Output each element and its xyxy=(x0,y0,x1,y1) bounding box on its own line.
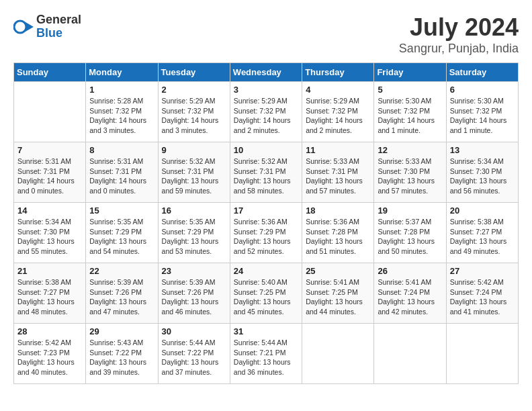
day-cell xyxy=(446,324,518,384)
day-info: Sunrise: 5:29 AM Sunset: 7:32 PM Dayligh… xyxy=(162,96,226,136)
header-day-thursday: Thursday xyxy=(302,63,374,82)
day-number: 20 xyxy=(450,205,515,216)
header-day-tuesday: Tuesday xyxy=(158,63,230,82)
subtitle: Sangrur, Punjab, India xyxy=(399,42,519,56)
day-info: Sunrise: 5:40 AM Sunset: 7:25 PM Dayligh… xyxy=(234,277,298,317)
day-number: 7 xyxy=(17,145,82,155)
main-title: July 2024 xyxy=(399,13,519,42)
day-number: 4 xyxy=(306,85,370,95)
day-cell: 20Sunrise: 5:38 AM Sunset: 7:27 PM Dayli… xyxy=(446,203,518,263)
week-row-1: 1Sunrise: 5:28 AM Sunset: 7:32 PM Daylig… xyxy=(14,82,519,142)
day-number: 12 xyxy=(378,145,442,155)
day-info: Sunrise: 5:42 AM Sunset: 7:24 PM Dayligh… xyxy=(450,277,515,317)
logo-icon xyxy=(13,17,34,37)
day-number: 13 xyxy=(450,145,515,155)
day-cell: 25Sunrise: 5:41 AM Sunset: 7:25 PM Dayli… xyxy=(302,263,374,324)
day-number: 19 xyxy=(378,205,442,216)
day-info: Sunrise: 5:44 AM Sunset: 7:22 PM Dayligh… xyxy=(162,338,226,377)
logo-blue-text: Blue xyxy=(36,27,81,40)
day-info: Sunrise: 5:32 AM Sunset: 7:31 PM Dayligh… xyxy=(234,156,298,196)
day-cell: 19Sunrise: 5:37 AM Sunset: 7:28 PM Dayli… xyxy=(374,203,446,263)
day-number: 31 xyxy=(234,326,298,336)
day-number: 9 xyxy=(162,145,226,155)
header-day-saturday: Saturday xyxy=(446,63,518,82)
day-cell: 6Sunrise: 5:30 AM Sunset: 7:32 PM Daylig… xyxy=(446,82,518,142)
day-info: Sunrise: 5:30 AM Sunset: 7:32 PM Dayligh… xyxy=(378,96,442,136)
day-cell xyxy=(374,324,446,384)
day-cell: 7Sunrise: 5:31 AM Sunset: 7:31 PM Daylig… xyxy=(14,142,86,203)
header-day-sunday: Sunday xyxy=(14,63,86,82)
day-info: Sunrise: 5:28 AM Sunset: 7:32 PM Dayligh… xyxy=(89,96,154,136)
day-cell xyxy=(302,324,374,384)
day-cell: 23Sunrise: 5:39 AM Sunset: 7:26 PM Dayli… xyxy=(158,263,230,324)
calendar-table: SundayMondayTuesdayWednesdayThursdayFrid… xyxy=(13,62,519,384)
day-info: Sunrise: 5:33 AM Sunset: 7:31 PM Dayligh… xyxy=(306,156,370,196)
day-cell: 3Sunrise: 5:29 AM Sunset: 7:32 PM Daylig… xyxy=(230,82,302,142)
calendar-body: 1Sunrise: 5:28 AM Sunset: 7:32 PM Daylig… xyxy=(14,82,519,384)
day-info: Sunrise: 5:30 AM Sunset: 7:32 PM Dayligh… xyxy=(450,96,515,136)
day-info: Sunrise: 5:37 AM Sunset: 7:28 PM Dayligh… xyxy=(378,217,442,257)
day-info: Sunrise: 5:39 AM Sunset: 7:26 PM Dayligh… xyxy=(162,277,226,317)
day-info: Sunrise: 5:36 AM Sunset: 7:28 PM Dayligh… xyxy=(306,217,370,257)
day-number: 15 xyxy=(89,205,154,216)
title-area: July 2024 Sangrur, Punjab, India xyxy=(399,13,519,56)
day-number: 28 xyxy=(17,326,82,336)
day-number: 2 xyxy=(162,85,226,95)
day-cell: 5Sunrise: 5:30 AM Sunset: 7:32 PM Daylig… xyxy=(374,82,446,142)
day-number: 8 xyxy=(89,145,154,155)
day-cell: 30Sunrise: 5:44 AM Sunset: 7:22 PM Dayli… xyxy=(158,324,230,384)
day-cell: 9Sunrise: 5:32 AM Sunset: 7:31 PM Daylig… xyxy=(158,142,230,203)
day-cell: 29Sunrise: 5:43 AM Sunset: 7:22 PM Dayli… xyxy=(86,324,158,384)
day-cell: 4Sunrise: 5:29 AM Sunset: 7:32 PM Daylig… xyxy=(302,82,374,142)
day-cell: 1Sunrise: 5:28 AM Sunset: 7:32 PM Daylig… xyxy=(86,82,158,142)
header-day-wednesday: Wednesday xyxy=(230,63,302,82)
day-number: 10 xyxy=(234,145,298,155)
day-number: 27 xyxy=(450,266,515,276)
day-cell: 24Sunrise: 5:40 AM Sunset: 7:25 PM Dayli… xyxy=(230,263,302,324)
day-number: 5 xyxy=(378,85,442,95)
day-info: Sunrise: 5:35 AM Sunset: 7:29 PM Dayligh… xyxy=(162,217,226,257)
day-cell: 8Sunrise: 5:31 AM Sunset: 7:31 PM Daylig… xyxy=(86,142,158,203)
day-number: 26 xyxy=(378,266,442,276)
day-info: Sunrise: 5:41 AM Sunset: 7:25 PM Dayligh… xyxy=(306,277,370,317)
day-cell: 31Sunrise: 5:44 AM Sunset: 7:21 PM Dayli… xyxy=(230,324,302,384)
svg-marker-1 xyxy=(26,22,34,32)
day-cell xyxy=(14,82,86,142)
day-number: 23 xyxy=(162,266,226,276)
day-cell: 18Sunrise: 5:36 AM Sunset: 7:28 PM Dayli… xyxy=(302,203,374,263)
day-cell: 16Sunrise: 5:35 AM Sunset: 7:29 PM Dayli… xyxy=(158,203,230,263)
week-row-4: 21Sunrise: 5:38 AM Sunset: 7:27 PM Dayli… xyxy=(14,263,519,324)
day-info: Sunrise: 5:31 AM Sunset: 7:31 PM Dayligh… xyxy=(89,156,154,196)
day-number: 16 xyxy=(162,205,226,216)
day-number: 17 xyxy=(234,205,298,216)
day-info: Sunrise: 5:44 AM Sunset: 7:21 PM Dayligh… xyxy=(234,338,298,377)
logo-general-text: General xyxy=(36,13,81,27)
day-info: Sunrise: 5:32 AM Sunset: 7:31 PM Dayligh… xyxy=(162,156,226,196)
day-info: Sunrise: 5:36 AM Sunset: 7:29 PM Dayligh… xyxy=(234,217,298,257)
week-row-3: 14Sunrise: 5:34 AM Sunset: 7:30 PM Dayli… xyxy=(14,203,519,263)
day-info: Sunrise: 5:29 AM Sunset: 7:32 PM Dayligh… xyxy=(234,96,298,136)
day-number: 25 xyxy=(306,266,370,276)
day-info: Sunrise: 5:29 AM Sunset: 7:32 PM Dayligh… xyxy=(306,96,370,136)
day-info: Sunrise: 5:39 AM Sunset: 7:26 PM Dayligh… xyxy=(89,277,154,317)
day-cell: 28Sunrise: 5:42 AM Sunset: 7:23 PM Dayli… xyxy=(14,324,86,384)
day-number: 22 xyxy=(89,266,154,276)
svg-point-0 xyxy=(14,21,26,33)
day-number: 6 xyxy=(450,85,515,95)
day-cell: 27Sunrise: 5:42 AM Sunset: 7:24 PM Dayli… xyxy=(446,263,518,324)
day-cell: 17Sunrise: 5:36 AM Sunset: 7:29 PM Dayli… xyxy=(230,203,302,263)
day-cell: 14Sunrise: 5:34 AM Sunset: 7:30 PM Dayli… xyxy=(14,203,86,263)
header-day-monday: Monday xyxy=(86,63,158,82)
calendar-header: SundayMondayTuesdayWednesdayThursdayFrid… xyxy=(14,63,519,82)
day-number: 1 xyxy=(89,85,154,95)
day-cell: 2Sunrise: 5:29 AM Sunset: 7:32 PM Daylig… xyxy=(158,82,230,142)
day-cell: 15Sunrise: 5:35 AM Sunset: 7:29 PM Dayli… xyxy=(86,203,158,263)
day-number: 29 xyxy=(89,326,154,336)
week-row-5: 28Sunrise: 5:42 AM Sunset: 7:23 PM Dayli… xyxy=(14,324,519,384)
day-cell: 22Sunrise: 5:39 AM Sunset: 7:26 PM Dayli… xyxy=(86,263,158,324)
day-info: Sunrise: 5:35 AM Sunset: 7:29 PM Dayligh… xyxy=(89,217,154,257)
day-info: Sunrise: 5:43 AM Sunset: 7:22 PM Dayligh… xyxy=(89,338,154,377)
logo: General Blue xyxy=(13,13,81,40)
day-info: Sunrise: 5:34 AM Sunset: 7:30 PM Dayligh… xyxy=(17,217,82,257)
day-info: Sunrise: 5:33 AM Sunset: 7:30 PM Dayligh… xyxy=(378,156,442,196)
